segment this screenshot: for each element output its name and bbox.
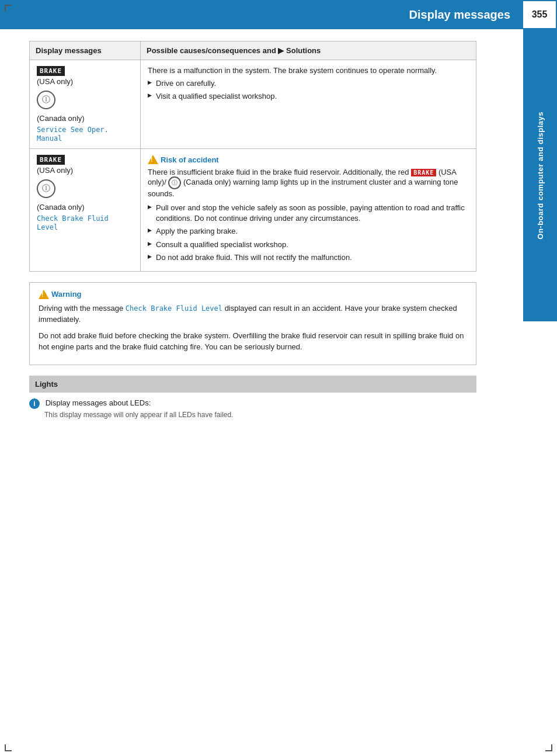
triangle-icon — [148, 155, 158, 164]
canada-label-2: (Canada only) — [37, 203, 133, 211]
main-content: Display messages Possible causes/consequ… — [0, 29, 523, 431]
lights-section: Lights i Display messages about LEDs: Th… — [29, 376, 476, 419]
lights-note: This display message will only appear if… — [29, 411, 476, 419]
row1-description: There is a malfunction in the system. Th… — [148, 66, 469, 75]
row2-bullets: Pull over and stop the vehicle safely as… — [148, 203, 469, 263]
warning-box: Warning Driving with the message Check B… — [29, 282, 476, 365]
corner-mark-tl — [5, 5, 12, 12]
corner-mark-br — [545, 744, 552, 751]
warning-heading: Warning — [39, 290, 467, 299]
page-number: 355 — [522, 0, 557, 29]
col2-header: Possible causes/consequences and ▶ Solut… — [141, 41, 476, 60]
lights-header: Lights — [29, 376, 476, 393]
col1-header: Display messages — [30, 41, 141, 60]
brake-badge-inline: BRAKE — [411, 169, 436, 176]
circle-icon-1: Ⓘ — [37, 91, 55, 109]
table-row: BRAKE (USA only) Ⓘ (Canada only) Check B… — [30, 149, 476, 272]
brake-badge-2: BRAKE — [37, 155, 65, 165]
corner-mark-bl — [5, 744, 12, 751]
warning-triangle-icon — [39, 290, 49, 299]
warning-para-1: Driving with the message Check Brake Flu… — [39, 303, 467, 325]
list-item: Visit a qualified specialist workshop. — [148, 91, 469, 102]
display-code-1: Service See Oper.Manual — [37, 126, 109, 143]
brake-badge-1: BRAKE — [37, 66, 65, 76]
right-col-1: There is a malfunction in the system. Th… — [141, 60, 476, 149]
lights-info-label: Display messages about LEDs: — [46, 398, 151, 407]
left-col-1: BRAKE (USA only) Ⓘ (Canada only) Service… — [30, 60, 141, 149]
risk-heading: Risk of accident — [148, 155, 469, 164]
sidebar-label: On-board computer and displays — [523, 29, 557, 321]
left-col-2: BRAKE (USA only) Ⓘ (Canada only) Check B… — [30, 149, 141, 272]
header-bar: Display messages 355 — [0, 0, 557, 29]
display-code-2: Check Brake FluidLevel — [37, 214, 109, 231]
lights-info-row: i Display messages about LEDs: — [29, 398, 476, 409]
list-item: Pull over and stop the vehicle safely as… — [148, 203, 469, 224]
warning-code: Check Brake Fluid Level — [126, 304, 222, 313]
circle-icon-2: Ⓘ — [37, 179, 55, 198]
row1-bullets: Drive on carefully. Visit a qualified sp… — [148, 78, 469, 102]
sidebar-label-text: On-board computer and displays — [536, 112, 545, 240]
table-row: BRAKE (USA only) Ⓘ (Canada only) Service… — [30, 60, 476, 149]
list-item: Drive on carefully. — [148, 78, 469, 89]
usa-label-2: (USA only) — [37, 166, 133, 175]
info-icon: i — [29, 398, 40, 409]
circle-icon-inline: Ⓘ — [168, 176, 181, 189]
list-item: Consult a qualified specialist workshop. — [148, 240, 469, 250]
right-col-2: Risk of accident There is insufficient b… — [141, 149, 476, 272]
page-title: Display messages — [409, 8, 510, 22]
canada-label-1: (Canada only) — [37, 114, 133, 123]
warning-para-2: Do not add brake fluid before checking t… — [39, 330, 467, 353]
list-item: Apply the parking brake. — [148, 226, 469, 237]
list-item: Do not add brake fluid. This will not re… — [148, 252, 469, 263]
usa-label-1: (USA only) — [37, 77, 133, 86]
row2-description: There is insufficient brake fluid in the… — [148, 168, 469, 198]
messages-table: Display messages Possible causes/consequ… — [29, 41, 476, 272]
